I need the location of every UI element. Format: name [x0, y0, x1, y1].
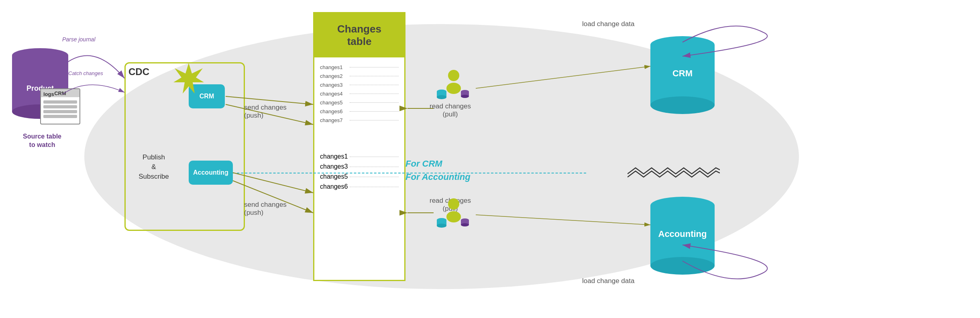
changes-dots-b5	[350, 177, 399, 177]
changes-text-2: changes2	[320, 73, 348, 79]
acc-cyl-bottom	[650, 257, 715, 275]
changes-list-top: changes1 changes2 changes3 changes4 chan…	[314, 57, 404, 130]
changes-dots-6	[350, 111, 399, 112]
changes-dots-5	[350, 102, 399, 103]
svg-point-16	[461, 223, 469, 226]
changes-dots-b3	[350, 167, 399, 167]
svg-point-9	[448, 198, 459, 210]
cdc-title: CDC	[128, 66, 149, 77]
publish-subscribe-label: Publish&Subscribe	[128, 153, 180, 181]
parse-journal-label: Parse journal	[62, 36, 96, 43]
changes-item-1: changes1	[320, 64, 399, 70]
read-changes-top-label: read changes(pull)	[430, 102, 471, 118]
changes-item-5: changes5	[320, 100, 399, 106]
changes-text-b6: changes6	[320, 183, 348, 190]
log-line-2	[43, 105, 77, 108]
changes-dots-1	[350, 67, 399, 67]
accounting-cylinder-right: Accounting	[650, 197, 715, 269]
changes-table-header: Changestable	[314, 13, 404, 57]
log-line-3	[43, 110, 77, 113]
changes-dots-3	[350, 85, 399, 85]
changes-table-box: Changestable changes1 changes2 changes3 …	[313, 12, 405, 281]
changes-text-6: changes6	[320, 108, 348, 114]
changes-item-4: changes4	[320, 91, 399, 97]
svg-point-8	[461, 95, 469, 98]
crm-cylinder-right: CRM	[650, 36, 715, 108]
log-line-4	[43, 115, 77, 118]
changes-dots-b1	[350, 157, 399, 157]
catch-changes-label: Catch changes	[68, 70, 103, 76]
changes-dots-2	[350, 76, 399, 76]
changes-text-3: changes3	[320, 82, 348, 88]
changes-item-7: changes7	[320, 117, 399, 123]
connector-icon-top	[434, 68, 474, 100]
changes-text-5: changes5	[320, 100, 348, 106]
changes-item-b6: changes6	[320, 183, 399, 190]
changes-dots-4	[350, 94, 399, 94]
log-line-1	[43, 100, 77, 104]
for-crm-label: For CRM	[405, 159, 442, 169]
changes-item-2: changes2	[320, 73, 399, 79]
svg-point-13	[437, 224, 446, 228]
svg-marker-0	[173, 63, 204, 94]
burst-icon	[173, 62, 205, 94]
changes-item-b5: changes5	[320, 173, 399, 180]
zigzag-divider	[628, 166, 720, 182]
changes-text-b3: changes3	[320, 163, 348, 170]
source-table-text: Source tableto watch	[23, 133, 61, 148]
svg-point-10	[446, 211, 461, 222]
changes-text-1: changes1	[320, 64, 348, 70]
load-change-top-label: load change data	[582, 20, 634, 28]
diagram-container: Product CRM logs Source tableto watch Pa…	[0, 0, 980, 318]
changes-dots-b6	[350, 187, 399, 187]
send-changes-bottom-label: send changes(push)	[244, 201, 287, 217]
changes-item-6: changes6	[320, 108, 399, 114]
changes-text-4: changes4	[320, 91, 348, 97]
changes-text-b1: changes1	[320, 153, 348, 160]
load-change-bottom-label: load change data	[582, 277, 634, 285]
changes-item-b3: changes3	[320, 163, 399, 170]
accounting-cylinder-label: Accounting	[650, 229, 715, 239]
source-table-label: Source tableto watch	[8, 132, 76, 149]
send-changes-top-label: send changes(push)	[244, 104, 287, 120]
changes-text-7: changes7	[320, 117, 348, 123]
changes-item-3: changes3	[320, 82, 399, 88]
logs-lines	[41, 97, 79, 121]
logs-label: logs	[43, 91, 54, 97]
for-accounting-label: For Accounting	[405, 172, 471, 182]
changes-item-b1: changes1	[320, 153, 399, 160]
svg-point-2	[446, 83, 461, 94]
svg-point-5	[437, 95, 446, 99]
changes-list-bottom: changes1 changes3 changes5 changes6	[314, 130, 404, 197]
svg-point-1	[448, 70, 459, 81]
connector-icon-bottom	[434, 197, 474, 229]
changes-dots-7	[350, 120, 399, 120]
crm-cylinder-label: CRM	[650, 68, 715, 79]
changes-text-b5: changes5	[320, 173, 348, 180]
crm-cyl-bottom	[650, 96, 715, 114]
